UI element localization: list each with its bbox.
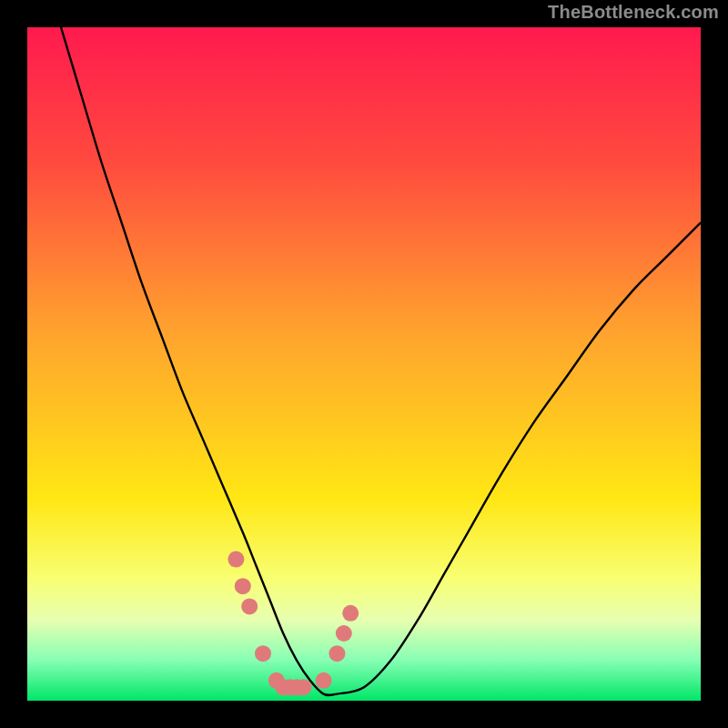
data-dot bbox=[235, 578, 251, 594]
chart-frame: TheBottleneck.com bbox=[0, 0, 728, 728]
data-dot bbox=[295, 679, 311, 695]
data-dot bbox=[255, 645, 271, 662]
data-dots bbox=[27, 27, 701, 701]
data-dot bbox=[228, 551, 244, 568]
data-dot bbox=[329, 645, 345, 662]
data-dot bbox=[342, 605, 359, 622]
plot-area bbox=[27, 27, 701, 701]
watermark-text: TheBottleneck.com bbox=[548, 2, 719, 23]
data-dot bbox=[241, 598, 258, 614]
data-dot bbox=[336, 625, 352, 642]
data-dot bbox=[316, 672, 332, 689]
